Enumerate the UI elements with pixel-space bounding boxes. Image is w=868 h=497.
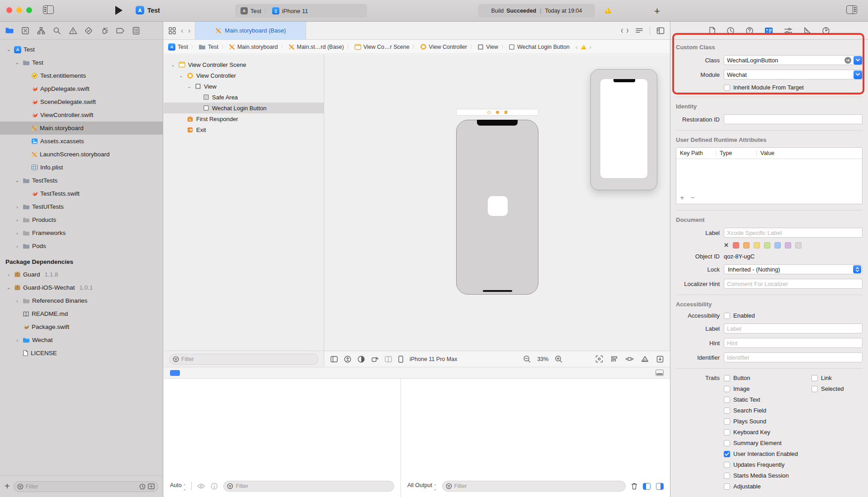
quicklook-icon[interactable] xyxy=(197,483,205,489)
label-color-swatch[interactable] xyxy=(785,242,791,248)
label-color-swatch[interactable] xyxy=(764,242,770,248)
toggle-left-sidebar-button[interactable] xyxy=(43,5,54,14)
recent-files-icon[interactable] xyxy=(139,483,146,490)
breakpoint-navigator-tab[interactable] xyxy=(115,26,125,36)
trait-checkbox[interactable] xyxy=(724,483,730,490)
first-responder-icon[interactable] xyxy=(496,111,499,114)
breakpoint-entry-chip[interactable] xyxy=(170,370,180,376)
trait-checkbox[interactable] xyxy=(724,429,730,436)
disclosure-open-icon[interactable]: ⌄ xyxy=(186,84,192,89)
module-field[interactable] xyxy=(724,70,863,80)
trait-item[interactable]: Updates Frequently xyxy=(676,461,811,468)
wechat-login-button-view[interactable] xyxy=(488,196,508,216)
file-row[interactable]: AppDelegate.swift xyxy=(0,82,163,95)
outline-row[interactable]: 01 First Responder xyxy=(164,113,324,124)
trait-item[interactable]: Adjustable xyxy=(676,483,811,490)
file-row[interactable]: ⌄ Guard-iOS-Wechat 1.0.1 xyxy=(0,281,163,294)
trait-item[interactable]: User Interaction Enabled xyxy=(676,450,811,457)
storyboard-canvas[interactable]: iPhone 11 Pro Max 33% xyxy=(324,55,670,367)
outline-row[interactable]: ⌄ View Controller xyxy=(164,70,324,81)
module-dropdown-button[interactable] xyxy=(854,70,862,79)
trait-item[interactable]: Plays Sound xyxy=(676,418,811,425)
document-label-field[interactable] xyxy=(724,228,863,238)
source-control-tab[interactable] xyxy=(20,26,30,36)
file-row[interactable]: › Products xyxy=(0,213,163,226)
file-row[interactable]: › Referenced Binaries xyxy=(0,294,163,307)
editor-options-icon[interactable] xyxy=(635,28,643,34)
build-warning-badge[interactable] xyxy=(604,7,612,14)
activity-status[interactable]: Build Succeeded | Today at 19:04 xyxy=(478,4,595,18)
code-review-icon[interactable] xyxy=(621,28,629,34)
embed-button[interactable] xyxy=(656,356,664,363)
trait-item[interactable]: Link xyxy=(811,375,832,381)
lock-popup-button[interactable]: Inherited - (Nothing) xyxy=(724,264,863,274)
trait-item[interactable]: Image xyxy=(676,385,811,392)
toggle-outline-icon[interactable] xyxy=(330,356,338,362)
file-row[interactable]: Test.entitlements xyxy=(0,69,163,82)
console-filter-field[interactable] xyxy=(442,481,626,492)
jump-bar-item[interactable]: View xyxy=(477,44,498,50)
align-button[interactable] xyxy=(611,356,618,362)
trait-checkbox[interactable] xyxy=(724,397,730,403)
class-field[interactable] xyxy=(724,55,863,65)
issue-warning-badge[interactable] xyxy=(581,44,586,49)
label-color-none[interactable]: ✕ xyxy=(724,242,729,248)
disclosure-open-icon[interactable]: ⌄ xyxy=(14,178,20,183)
add-constraints-button[interactable] xyxy=(626,356,633,362)
related-items-icon[interactable] xyxy=(168,27,176,35)
next-issue-button[interactable]: › xyxy=(590,43,592,51)
file-row[interactable]: README.md xyxy=(0,307,163,320)
outline-row[interactable]: ⌄ View xyxy=(164,81,324,92)
localizer-hint-field[interactable] xyxy=(724,279,863,289)
disclosure-closed-icon[interactable]: › xyxy=(14,244,20,249)
file-row[interactable]: › Pods xyxy=(0,239,163,253)
add-tab-button[interactable]: + xyxy=(654,5,660,17)
quick-help-inspector-tab[interactable] xyxy=(745,27,754,35)
device-icon[interactable] xyxy=(398,356,403,363)
device-config-button[interactable]: iPhone 11 Pro Max xyxy=(410,356,457,362)
disclosure-closed-icon[interactable]: › xyxy=(14,217,20,223)
file-row[interactable]: Assets.xcassets xyxy=(0,135,163,148)
navigator-filter-input[interactable] xyxy=(26,483,137,490)
trait-checkbox[interactable] xyxy=(724,375,730,381)
report-navigator-tab[interactable] xyxy=(131,26,141,36)
accessibility-enabled-row[interactable]: Enabled xyxy=(724,312,755,319)
label-color-swatch[interactable] xyxy=(754,242,760,248)
trait-checkbox[interactable] xyxy=(724,473,730,479)
run-button[interactable] xyxy=(115,6,123,15)
file-row[interactable]: Info.plist xyxy=(0,161,163,174)
accessibility-preview-icon[interactable] xyxy=(344,356,351,363)
variables-filter-input[interactable] xyxy=(236,483,391,489)
navigator-filter-field[interactable] xyxy=(14,481,158,492)
exit-icon[interactable] xyxy=(505,111,507,114)
accessibility-enabled-checkbox[interactable] xyxy=(724,313,730,319)
show-console-button[interactable] xyxy=(656,483,664,490)
file-row[interactable]: Package.swift xyxy=(0,320,163,333)
jump-bar-item[interactable]: Main.st…rd (Base) xyxy=(288,44,344,50)
add-file-button[interactable]: + xyxy=(5,481,10,492)
outline-row[interactable]: ⌄ View Controller Scene xyxy=(164,59,324,70)
label-color-swatch[interactable] xyxy=(743,242,750,248)
disclosure-open-icon[interactable]: ⌄ xyxy=(178,73,184,78)
file-row[interactable]: LICENSE xyxy=(0,347,163,360)
file-row[interactable]: ⌄ Test xyxy=(0,56,163,69)
trait-item[interactable]: Starts Media Session xyxy=(676,472,811,479)
label-color-swatch[interactable] xyxy=(795,242,802,248)
view-controller-icon[interactable] xyxy=(487,111,491,114)
console-filter-input[interactable] xyxy=(454,483,622,489)
label-color-swatch[interactable] xyxy=(774,242,781,248)
update-frames-button[interactable] xyxy=(595,355,603,363)
restoration-id-field[interactable] xyxy=(724,114,863,124)
inherit-module-checkbox[interactable] xyxy=(724,84,730,91)
accessibility-label-field[interactable] xyxy=(724,324,863,333)
class-dropdown-button[interactable] xyxy=(854,56,862,65)
disclosure-closed-icon[interactable]: › xyxy=(14,230,20,236)
file-row[interactable]: LaunchScreen.storyboard xyxy=(0,148,163,161)
issue-navigator-tab[interactable] xyxy=(68,26,78,36)
file-row[interactable]: ⌄ A Test xyxy=(0,43,163,56)
file-row[interactable]: › Guard 1.1.8 xyxy=(0,268,163,281)
trait-item[interactable]: Search Field xyxy=(676,407,811,414)
attributes-inspector-tab[interactable] xyxy=(784,27,793,34)
clear-console-button[interactable] xyxy=(631,483,637,490)
trait-checkbox[interactable] xyxy=(724,386,730,392)
